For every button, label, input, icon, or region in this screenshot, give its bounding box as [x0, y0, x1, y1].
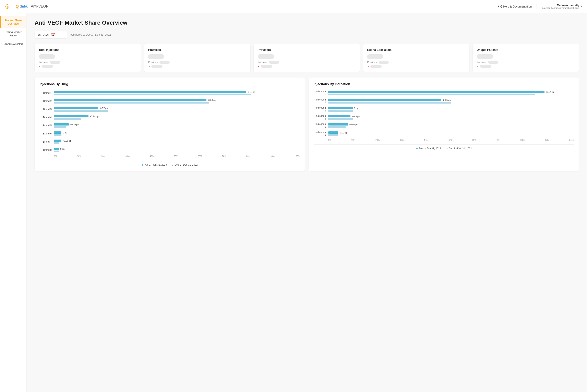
app-logo-text: Qdata. Anti-VEGF	[16, 4, 48, 9]
app-logo-icon	[5, 4, 10, 9]
kpi-change-total-injections: ▲	[39, 65, 137, 68]
x-axis-label: 30%	[125, 155, 129, 158]
page-title: Anti-VEGF Market Share Overview	[34, 20, 579, 26]
chart-drug-title: Injections By Drug	[39, 82, 300, 86]
sidebar-item-market-share-overview[interactable]: Market Share Overview	[0, 16, 26, 28]
chart-row: Brand 80 pp	[39, 147, 300, 153]
indication-legend-prev: Dec 1 - Dec 31, 2022	[446, 147, 472, 150]
bar-area: -0.77 pp	[54, 107, 300, 112]
prev-bar	[54, 118, 81, 120]
current-bar	[54, 148, 59, 150]
prev-bar	[328, 110, 353, 112]
charts-row: Injections By Drug Brand 1-0.12 ppBrand …	[34, 78, 579, 171]
bar-label: Brand 7	[39, 140, 54, 143]
kpi-card-retina-specialists: Retina Specialists Previous: ▼	[363, 44, 469, 72]
current-bar	[328, 115, 350, 118]
date-value: Jan 2023	[38, 33, 49, 36]
chart-injections-by-drug: Injections By Drug Brand 1-0.12 ppBrand …	[34, 78, 305, 171]
chart-injections-by-indication: Injections By Indication Indication 1+0.…	[309, 78, 579, 171]
kpi-card-unique-patients: Unique Patients Previous: ▲	[473, 44, 579, 72]
x-axis-label: 50%	[448, 139, 452, 141]
bar-label: Brand 1	[39, 92, 54, 94]
indication-legend-current: Jan 1 - Jan 31, 2023	[416, 147, 441, 150]
kpi-title-practices: Practices	[148, 48, 246, 52]
bar-label: Brand 6	[39, 132, 54, 135]
x-axis-label: 80%	[521, 139, 525, 141]
bar-change-value: -0.77 pp	[99, 107, 108, 110]
bar-label: Brand 3	[39, 108, 54, 111]
drug-chart-legend: Jan 1 - Jan 31, 2023 Dec 1 - Dec 31, 202…	[39, 161, 300, 166]
legend-label-current-ind: Jan 1 - Jan 31, 2023	[419, 147, 441, 150]
current-bar	[328, 123, 348, 126]
kpi-card-providers: Providers Previous: ▼	[254, 44, 360, 72]
logo-product: Anti-VEGF	[31, 4, 48, 8]
bar-area: -0.09 pp	[328, 115, 574, 120]
app-layout: Market Share Overview Rolling Market Sha…	[0, 13, 587, 392]
x-axis-label: 30%	[400, 139, 404, 141]
kpi-previous-practices: Previous:	[148, 61, 246, 64]
prev-bar	[54, 126, 66, 128]
kpi-row: Total Injections Previous: ▲ Practices P…	[34, 44, 579, 72]
bar-change-value: +0.31 pp	[546, 91, 555, 93]
chart-row: Indication 30 pp	[314, 106, 574, 112]
x-axis-label: 0%	[328, 139, 331, 141]
logo-q: Q	[16, 4, 19, 9]
compare-text: compared to Dec 1 - Dec 31, 2022	[70, 33, 111, 36]
kpi-title-total-injections: Total Injections	[39, 48, 137, 52]
kpi-card-practices: Practices Previous: ▼	[144, 44, 250, 72]
chart-row: Brand 1-0.12 pp	[39, 90, 300, 96]
kpi-value-retina-specialists	[367, 54, 383, 59]
x-axis-label: 60%	[472, 139, 476, 141]
bar-label: Brand 8	[39, 148, 54, 151]
arrow-up-icon: ▲	[477, 65, 479, 68]
date-picker[interactable]: Jan 2023 📅	[34, 31, 67, 38]
bar-label: Indication 2	[314, 98, 328, 104]
kpi-value-unique-patients	[477, 54, 493, 59]
chart-row: Indication 2-0.25 pp	[314, 98, 574, 104]
help-link[interactable]: ? Help & Documentation	[498, 5, 532, 8]
x-axis-label: 70%	[496, 139, 500, 141]
chart-row: Indication 5+0.03 pp	[314, 123, 574, 128]
prev-bar	[328, 102, 451, 104]
bar-area: -0.03 pp	[54, 99, 300, 104]
bar-label: Indication 1	[314, 90, 328, 96]
legend-label-prev: Dec 1 - Dec 31, 2022	[174, 163, 197, 166]
header-divider	[13, 3, 13, 10]
chart-indication-title: Injections By Indication	[314, 82, 574, 86]
sidebar-item-rolling-market-share[interactable]: Rolling Market Share	[0, 28, 26, 40]
user-menu[interactable]: Maureen Hanratty maureen.hanratty@verana…	[537, 4, 582, 9]
bar-area: +0.09 pp	[54, 140, 300, 144]
chart-row: Brand 4+0.74 pp	[39, 114, 300, 120]
indication-x-axis: 0%10%20%30%40%50%60%70%80%90%100%	[314, 139, 574, 141]
chart-row: Brand 2-0.03 pp	[39, 98, 300, 104]
bar-label: Indication 6	[314, 131, 328, 136]
x-axis-label: 20%	[376, 139, 380, 141]
current-bar	[54, 140, 61, 142]
kpi-previous-total-injections: Previous:	[39, 61, 137, 64]
indication-chart-legend: Jan 1 - Jan 31, 2023 Dec 1 - Dec 31, 202…	[314, 144, 574, 150]
bar-change-value: -0.12 pp	[247, 91, 255, 93]
drug-legend-current: Jan 1 - Jan 31, 2023	[142, 163, 167, 166]
bar-change-value: +0.03 pp	[349, 123, 358, 126]
bar-change-value: 0 pp	[63, 132, 67, 134]
chart-row: Brand 7+0.09 pp	[39, 139, 300, 145]
legend-label-prev-ind: Dec 1 - Dec 31, 2022	[449, 147, 472, 150]
drug-legend-prev: Dec 1 - Dec 31, 2022	[172, 163, 197, 166]
kpi-previous-unique-patients: Previous:	[477, 61, 575, 64]
sidebar-item-brand-switching[interactable]: Brand Switching	[0, 40, 26, 48]
legend-dot-current-ind	[416, 148, 418, 149]
prev-bar	[54, 94, 251, 96]
bar-area: 0 pp	[54, 148, 300, 152]
kpi-title-retina-specialists: Retina Specialists	[367, 48, 465, 52]
current-bar	[54, 99, 206, 101]
legend-dot-current	[142, 164, 143, 166]
x-axis-label: 10%	[77, 155, 81, 158]
x-axis-label: 50%	[174, 155, 178, 158]
prev-bar	[328, 134, 338, 136]
kpi-value-practices	[148, 54, 164, 59]
kpi-value-providers	[258, 54, 274, 59]
arrow-down-icon: ▼	[367, 65, 369, 68]
kpi-change-unique-patients: ▲	[477, 65, 575, 68]
bar-change-value: 0 pp	[60, 148, 64, 150]
x-axis-label: 60%	[198, 155, 202, 158]
